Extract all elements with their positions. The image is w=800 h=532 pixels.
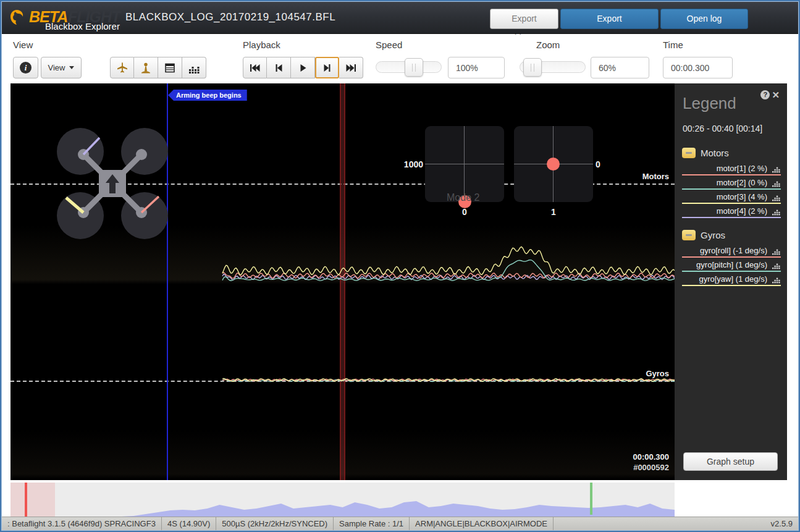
zoom-slider-handle[interactable]	[523, 58, 542, 77]
zoom-slider[interactable]	[520, 61, 586, 73]
current-time-readout: 00:00.300	[633, 452, 669, 462]
log-filename: BLACKBOX_LOG_20170219_104547.BFL	[125, 11, 335, 23]
joystick-icon	[140, 62, 152, 74]
header-bar: BETA FLIGHT Blackbox Explorer BLACKBOX_L…	[2, 2, 798, 34]
jump-to-end-button[interactable]	[339, 57, 363, 78]
field-label: gyro[pitch] (1 deg/s)	[696, 260, 767, 269]
zoom-section-label: Zoom	[536, 40, 560, 50]
seek-activity-graph	[11, 483, 675, 518]
right-stick-position-dot	[547, 158, 560, 171]
legend-field-motor4[interactable]: motor[4] (2 %)	[682, 205, 781, 218]
app-window: BETA FLIGHT Blackbox Explorer BLACKBOX_L…	[0, 0, 800, 532]
legend-group-gyros[interactable]: Gyros	[682, 230, 725, 240]
field-stats-icon[interactable]	[772, 208, 780, 219]
toggle-table-button[interactable]	[158, 57, 182, 78]
status-sample-rate: Sample Rate : 1/1	[334, 517, 410, 530]
graph-setup-button[interactable]: Graph setup	[683, 452, 778, 471]
open-log-button[interactable]: Open log file/video	[660, 9, 748, 29]
help-icon[interactable]: ?	[760, 90, 770, 99]
toggle-stats-button[interactable]	[182, 57, 206, 78]
step-forward-button[interactable]	[315, 57, 339, 78]
app-version: v2.5.9	[771, 517, 793, 530]
stick-crosshair-h	[425, 164, 504, 164]
time-input[interactable]	[663, 57, 733, 78]
playback-cursor[interactable]	[340, 83, 345, 480]
field-stats-icon[interactable]	[772, 193, 780, 205]
field-label: motor[1] (2 %)	[717, 164, 767, 173]
log-table-icon	[164, 62, 176, 74]
field-stats-icon[interactable]	[772, 179, 780, 190]
step-back-icon	[274, 64, 283, 72]
field-stats-icon[interactable]	[772, 261, 780, 272]
playback-controls	[243, 57, 363, 78]
status-flight-modes: ARM|ANGLE|BLACKBOX|AIRMODE	[410, 517, 554, 530]
group-name: Gyros	[701, 230, 725, 240]
view-dropdown-button[interactable]: View	[41, 57, 82, 78]
stick-mode-label: Mode 2	[447, 192, 479, 203]
play-icon	[298, 64, 307, 72]
legend-title: Legend	[683, 94, 736, 113]
legend-panel: ? ✕ Legend 00:26 - 00:40 [00:14] Motors …	[675, 83, 787, 480]
step-forward-icon	[323, 64, 332, 72]
view-dropdown-label: View	[48, 63, 65, 72]
toggle-sticks-button[interactable]	[134, 57, 158, 78]
field-stats-icon[interactable]	[772, 247, 780, 258]
seek-selected-range	[11, 483, 55, 518]
view-section-label: View	[13, 40, 33, 50]
field-label: motor[2] (0 %)	[717, 178, 767, 187]
graph-canvas[interactable]: Arming beep begins	[11, 83, 675, 480]
airplane-icon	[116, 62, 128, 74]
right-stick-display	[514, 126, 593, 202]
seek-end-marker	[590, 483, 592, 515]
legend-field-motor1[interactable]: motor[1] (2 %)	[682, 163, 781, 175]
speed-slider[interactable]	[376, 61, 442, 73]
speed-input[interactable]	[448, 57, 505, 78]
log-info-button[interactable]: i	[13, 57, 38, 78]
right-stick-scale-label: 0	[596, 159, 600, 169]
toggle-craft-button[interactable]	[110, 57, 134, 78]
status-firmware: : Betaflight 3.1.5 (4646f9d) SPRACINGF3	[2, 517, 162, 530]
export-video-button[interactable]: Export video...	[490, 9, 558, 29]
gyros-graph-label: Gyros	[646, 369, 669, 378]
legend-field-motor2[interactable]: motor[2] (0 %)	[682, 177, 781, 190]
play-button[interactable]	[291, 57, 315, 78]
jump-to-start-button[interactable]	[243, 57, 267, 78]
status-battery: 4S (14.90V)	[162, 517, 216, 530]
grip-icon	[412, 64, 416, 72]
motors-graph-label: Motors	[642, 172, 669, 181]
legend-field-gyro-roll[interactable]: gyro[roll] (-1 deg/s)	[682, 245, 781, 258]
legend-group-motors[interactable]: Motors	[682, 148, 729, 158]
zoom-input[interactable]	[591, 57, 649, 78]
speed-section-label: Speed	[376, 40, 402, 50]
time-section-label: Time	[663, 40, 683, 50]
speed-slider-handle[interactable]	[405, 58, 423, 77]
legend-field-gyro-pitch[interactable]: gyro[pitch] (1 deg/s)	[682, 259, 781, 272]
grip-icon	[531, 64, 534, 72]
status-looptime: 500µS (2kHz/2kHz/SYNCED)	[216, 517, 334, 530]
export-workspaces-button[interactable]: Export Workspaces...	[560, 9, 659, 29]
close-icon[interactable]: ✕	[772, 90, 780, 99]
current-frame-readout: #0000592	[633, 463, 669, 472]
event-marker-flag: Arming beep begins	[168, 90, 247, 101]
status-bar: : Betaflight 3.1.5 (4646f9d) SPRACINGF34…	[2, 517, 798, 530]
legend-time-range: 00:26 - 00:40 [00:14]	[683, 124, 762, 133]
craft-view	[48, 119, 177, 248]
group-name: Motors	[701, 148, 729, 158]
legend-field-motor3[interactable]: motor[3] (4 %)	[682, 191, 781, 204]
step-back-button[interactable]	[267, 57, 291, 78]
left-stick-bottom-label: 0	[461, 207, 468, 217]
seek-bar[interactable]	[11, 483, 675, 518]
field-label: motor[3] (4 %)	[717, 192, 767, 201]
field-stats-icon[interactable]	[772, 276, 780, 287]
view-toggle-group	[110, 57, 206, 78]
field-label: gyro[roll] (-1 deg/s)	[700, 246, 767, 255]
app-subtitle: Blackbox Explorer	[45, 21, 120, 32]
collapse-group-icon[interactable]	[682, 230, 696, 240]
field-stats-icon[interactable]	[772, 165, 780, 176]
seek-cursor[interactable]	[25, 483, 27, 518]
info-icon: i	[20, 62, 32, 74]
legend-field-gyro-yaw[interactable]: gyro[yaw] (1 deg/s)	[682, 273, 781, 286]
collapse-group-icon[interactable]	[682, 148, 696, 158]
right-stick-bottom-label: 1	[550, 207, 557, 217]
left-stick-display	[425, 126, 504, 202]
